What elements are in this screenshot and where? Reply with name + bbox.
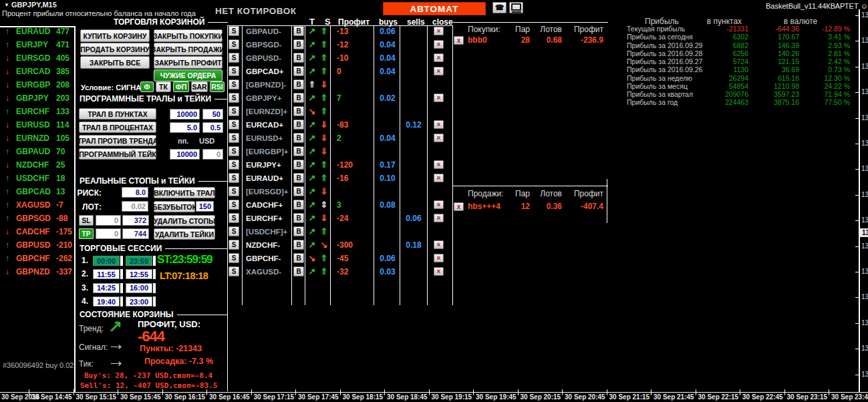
pair-toggle[interactable]: XAGUSD- — [246, 265, 291, 278]
sell-pair-button[interactable]: S — [229, 160, 239, 170]
price-tick — [855, 349, 859, 349]
close-pair-button[interactable]: × — [434, 67, 444, 75]
close-pair-button[interactable]: × — [434, 160, 444, 169]
buy-pair-button[interactable]: B — [293, 160, 304, 170]
signal-up-icon: ⇑ — [318, 91, 330, 105]
buy-pair-button[interactable]: B — [293, 266, 304, 276]
computer-button[interactable] — [509, 2, 523, 13]
close-pair-button[interactable]: × — [434, 40, 444, 49]
sell-pair-button[interactable]: S — [229, 106, 239, 116]
sell-pair-button[interactable]: S — [229, 240, 239, 250]
close-pair-button[interactable]: × — [434, 174, 444, 182]
pair-toggle[interactable]: EURCHF+ — [246, 212, 291, 225]
pair-toggle[interactable]: CADCHF+ — [246, 198, 291, 212]
pair-toggle[interactable]: GBPCAD+ — [246, 65, 291, 78]
time-tick-label: 30 Sep 23:45 — [831, 393, 868, 401]
buy-pair-button[interactable]: B — [293, 79, 304, 89]
buy-pair-button[interactable]: B — [293, 53, 304, 63]
buy-pair-button[interactable]: B — [293, 133, 304, 143]
time-tick — [340, 389, 341, 395]
sell-pair-button[interactable]: S — [229, 79, 239, 89]
stats-row-percent: 77.50 % — [801, 98, 850, 106]
close-pair-button[interactable]: × — [434, 120, 444, 129]
buy-pair-button[interactable]: B — [293, 146, 304, 156]
buy-pair-button[interactable]: B — [293, 213, 304, 223]
sell-pair-button[interactable]: S — [229, 53, 239, 63]
sell-pair-button[interactable]: S — [229, 253, 239, 263]
sell-pair-button[interactable]: S — [229, 226, 239, 236]
pair-toggle[interactable]: [EURGBP]+ — [246, 145, 291, 158]
pair-toggle[interactable]: EURJPY+ — [246, 158, 291, 172]
sell-pair-button[interactable]: S — [229, 26, 239, 36]
buy-pair-button[interactable]: B — [293, 93, 304, 103]
pair-toggle[interactable]: [GBPNZD]- — [246, 78, 291, 91]
automat-button[interactable]: АВТОМАТ — [383, 2, 486, 15]
buy-pair-button[interactable]: B — [293, 186, 304, 196]
sell-pair-button[interactable]: S — [229, 173, 239, 183]
time-tick-label: 30 Sep 20:15 — [521, 393, 561, 401]
ea-version: BasketBull_v11.44КВАРТЕТ ☺ — [766, 2, 868, 10]
price-tick — [855, 375, 859, 375]
pair-toggle[interactable]: EURUSD+ — [246, 132, 291, 145]
pair-buys-lots: 0.10 — [376, 172, 400, 185]
close-pair-button[interactable]: × — [434, 53, 444, 62]
session-from-field[interactable]: 14:25 — [93, 283, 120, 293]
pair-toggle[interactable]: [EURSGD]+ — [246, 185, 291, 198]
session-from-field[interactable]: 19:40 — [93, 296, 120, 307]
buy-pair-button[interactable]: B — [293, 240, 304, 250]
pair-toggle[interactable]: GBPUSD- — [246, 51, 291, 65]
close-pair-button[interactable]: × — [434, 27, 444, 35]
buy-pair-button[interactable]: B — [293, 39, 304, 49]
sell-pair-button[interactable]: S — [229, 66, 239, 76]
close-pair-button[interactable]: × — [434, 240, 444, 249]
sell-pair-button[interactable]: S — [229, 186, 239, 196]
close-pair-button[interactable]: × — [434, 214, 444, 222]
close-pair-button[interactable]: × — [434, 134, 444, 142]
sell-pair-button[interactable]: S — [229, 213, 239, 223]
pair-toggle[interactable]: GBPJPY+ — [246, 91, 291, 105]
pair-toggle[interactable]: GBPCHF- — [246, 252, 291, 265]
price-tick — [855, 41, 859, 41]
sell-pair-button[interactable]: S — [229, 39, 239, 49]
session-to-field[interactable]: 16:00 — [126, 283, 152, 293]
pair-toggle[interactable]: GBPAUD- — [246, 25, 291, 38]
pair-profit: 2 — [337, 132, 341, 145]
pair-toggle[interactable]: GBPSGD- — [246, 38, 291, 51]
close-pair-button[interactable]: × — [434, 267, 444, 276]
price-tick-label: 13 — [861, 191, 868, 198]
price-tick — [855, 92, 859, 93]
sell-pair-button[interactable]: S — [229, 133, 239, 143]
smiley-icon: ☺ — [861, 2, 868, 10]
pair-toggle[interactable]: NZDCHF- — [246, 238, 291, 252]
pair-toggle[interactable]: EURAUD+ — [246, 172, 291, 185]
buy-pair-button[interactable]: B — [293, 106, 304, 116]
time-tick — [562, 389, 563, 395]
buy-pair-button[interactable]: B — [293, 200, 304, 210]
signal-up-down-icon: ⇕ — [318, 198, 330, 212]
sell-pair-button[interactable]: S — [229, 266, 239, 276]
time-axis[interactable] — [0, 392, 868, 393]
pair-toggle[interactable]: [EURNZD]+ — [246, 105, 291, 118]
symbol-dropdown-icon[interactable]: ▼ — [4, 2, 9, 8]
sell-pair-button[interactable]: S — [229, 120, 239, 130]
signal-up-icon: ⇑ — [318, 158, 330, 172]
sell-pair-button[interactable]: S — [229, 200, 239, 210]
buy-pair-button[interactable]: B — [293, 26, 304, 36]
sell-pair-button[interactable]: S — [229, 146, 239, 156]
session-spin — [120, 296, 123, 307]
phone-button[interactable]: ☎ — [492, 2, 507, 13]
buy-pair-button[interactable]: B — [293, 120, 304, 130]
pair-toggle[interactable]: [USDCHF]+ — [246, 225, 291, 238]
session-to-field[interactable]: 23:00 — [126, 296, 152, 307]
close-pair-button[interactable]: × — [434, 200, 444, 209]
buy-pair-button[interactable]: B — [293, 253, 304, 263]
buy-pair-button[interactable]: B — [293, 66, 304, 76]
pair-toggle[interactable]: EURCAD+ — [246, 118, 291, 132]
buy-pair-button[interactable]: B — [293, 173, 304, 183]
trend-up-right-icon: ↗ — [306, 225, 318, 238]
close-pair-button[interactable]: × — [434, 254, 444, 262]
close-pair-button[interactable]: × — [434, 93, 444, 102]
sell-pair-button[interactable]: S — [229, 93, 239, 103]
stats-row-points: 26294 — [700, 74, 748, 82]
buy-pair-button[interactable]: B — [293, 226, 304, 236]
